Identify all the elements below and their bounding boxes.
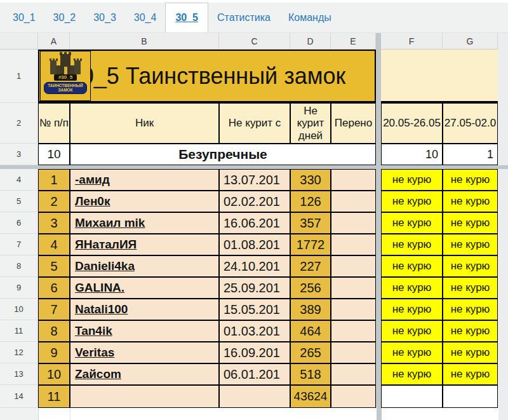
week1-status-cell[interactable]: не курю	[381, 277, 443, 299]
row-number-cell[interactable]: 3	[38, 212, 70, 234]
header-num-cell[interactable]: № п/п	[38, 103, 70, 144]
summary-week2-cell[interactable]: 1	[443, 144, 498, 165]
nick-cell[interactable]: Danieli4ka	[70, 255, 219, 277]
days-cell[interactable]: 227	[290, 255, 331, 277]
empty-cell[interactable]	[382, 408, 498, 420]
quit-date-cell[interactable]: 06.01.201	[219, 363, 290, 385]
row-number-cell[interactable]: 2	[38, 191, 70, 212]
week1-status-cell[interactable]: не курю	[381, 342, 443, 363]
tab-statistics[interactable]: Статистика	[208, 3, 279, 32]
header-transfers-cell[interactable]: Перено	[331, 103, 376, 144]
nick-cell[interactable]: Tan4ik	[70, 320, 219, 342]
tab-30-4[interactable]: 30_4	[125, 3, 166, 32]
row-header-4[interactable]: 4	[0, 169, 38, 191]
row-number-cell[interactable]: 9	[38, 342, 70, 363]
quit-date-cell[interactable]: 16.06.201	[219, 212, 290, 234]
week2-status-cell[interactable]: не курю	[443, 191, 498, 212]
week1-status-cell[interactable]: не курю	[381, 169, 443, 191]
transfer-cell[interactable]	[331, 320, 376, 342]
days-cell[interactable]: 357	[290, 212, 331, 234]
empty-cell[interactable]	[70, 408, 377, 420]
row-header-7[interactable]: 7	[0, 234, 38, 255]
quit-date-cell[interactable]: 16.09.201	[219, 342, 290, 363]
row-number-cell[interactable]: 7	[38, 299, 70, 320]
days-cell[interactable]: 265	[290, 342, 331, 363]
tab-30-5-active[interactable]: 30_5	[165, 3, 208, 32]
transfer-cell[interactable]	[331, 277, 376, 299]
column-header-f[interactable]: F	[381, 33, 443, 50]
tab-30-2[interactable]: 30_2	[44, 3, 85, 32]
week2-status-cell[interactable]: не курю	[443, 299, 498, 320]
nick-cell[interactable]: Лен0к	[70, 191, 219, 212]
nick-cell[interactable]: ЯНаталИЯ	[70, 234, 219, 255]
row-number-cell[interactable]: 8	[38, 320, 70, 342]
tab-30-3[interactable]: 30_3	[84, 3, 125, 32]
week1-status-cell[interactable]: не курю	[381, 212, 443, 234]
quit-date-cell[interactable]: 15.05.201	[219, 299, 290, 320]
corner-cell[interactable]	[0, 33, 38, 50]
row-number-cell[interactable]: 4	[38, 234, 70, 255]
nick-cell[interactable]	[70, 385, 219, 408]
week1-status-cell[interactable]: не курю	[381, 320, 443, 342]
summary-label-cell[interactable]: Безупречные	[70, 144, 376, 165]
row-header-3[interactable]: 3	[0, 144, 38, 165]
days-cell[interactable]: 464	[290, 320, 331, 342]
row-header-14[interactable]: 14	[0, 385, 38, 408]
header-quit-since-cell[interactable]: Не курит с	[219, 103, 290, 144]
days-cell[interactable]: 256	[290, 277, 331, 299]
transfer-cell[interactable]	[331, 234, 376, 255]
column-header-c[interactable]: C	[219, 33, 290, 50]
quit-date-cell[interactable]: 24.10.201	[219, 255, 290, 277]
column-header-d[interactable]: D	[290, 33, 331, 50]
week2-status-cell[interactable]: не курю	[443, 234, 498, 255]
days-total-cell[interactable]: 43624	[290, 385, 331, 408]
column-header-g[interactable]: G	[443, 33, 498, 50]
week2-status-cell[interactable]: не курю	[443, 212, 498, 234]
nick-cell[interactable]: Veritas	[70, 342, 219, 363]
week2-status-cell[interactable]: не курю	[443, 342, 498, 363]
quit-date-cell[interactable]: 25.09.201	[219, 277, 290, 299]
transfer-cell[interactable]	[331, 363, 376, 385]
row-header-12[interactable]: 12	[0, 342, 38, 363]
week1-status-cell[interactable]: не курю	[381, 363, 443, 385]
week2-status-cell[interactable]: не курю	[443, 255, 498, 277]
row-header-8[interactable]: 8	[0, 255, 38, 277]
row-number-cell[interactable]: 10	[38, 363, 70, 385]
row-header-9[interactable]: 9	[0, 277, 38, 299]
row-header-10[interactable]: 10	[0, 299, 38, 320]
transfer-cell[interactable]	[331, 299, 376, 320]
header-nick-cell[interactable]: Ник	[70, 103, 219, 144]
days-cell[interactable]: 330	[290, 169, 331, 191]
week2-status-cell[interactable]: не курю	[443, 363, 498, 385]
days-cell[interactable]: 126	[290, 191, 331, 212]
empty-cell[interactable]	[39, 408, 70, 420]
column-header-a[interactable]: A	[38, 33, 70, 50]
tab-30-1[interactable]: 30_1	[4, 3, 44, 32]
cell-f1-g1[interactable]	[381, 50, 498, 103]
summary-week1-cell[interactable]: 10	[381, 144, 443, 165]
nick-cell[interactable]: Zайcom	[70, 363, 219, 385]
week1-status-cell[interactable]: не курю	[381, 234, 443, 255]
days-cell[interactable]: 389	[290, 299, 331, 320]
transfer-cell[interactable]	[331, 212, 376, 234]
header-week2-cell[interactable]: 27.05-02.0	[443, 103, 498, 144]
nick-cell[interactable]: Михаил mik	[70, 212, 219, 234]
row-number-cell[interactable]: 6	[38, 277, 70, 299]
transfer-cell[interactable]	[331, 385, 376, 408]
column-header-b[interactable]: B	[70, 33, 219, 50]
days-cell[interactable]: 1772	[290, 234, 331, 255]
row-header-6[interactable]: 6	[0, 212, 38, 234]
column-header-e[interactable]: E	[331, 33, 376, 50]
header-quit-days-cell[interactable]: Не курит дней	[290, 103, 331, 144]
summary-count-cell[interactable]: 10	[38, 144, 70, 165]
week2-status-cell[interactable]: не курю	[443, 277, 498, 299]
week1-status-cell[interactable]: не курю	[381, 255, 443, 277]
transfer-cell[interactable]	[331, 255, 376, 277]
week2-status-cell[interactable]: не курю	[443, 320, 498, 342]
row-header-11[interactable]: 11	[0, 320, 38, 342]
row-header-13[interactable]: 13	[0, 363, 38, 385]
row-number-cell[interactable]: 11	[38, 385, 70, 408]
days-cell[interactable]: 518	[290, 363, 331, 385]
row-header-5[interactable]: 5	[0, 191, 38, 212]
nick-cell[interactable]: GALINA.	[70, 277, 219, 299]
